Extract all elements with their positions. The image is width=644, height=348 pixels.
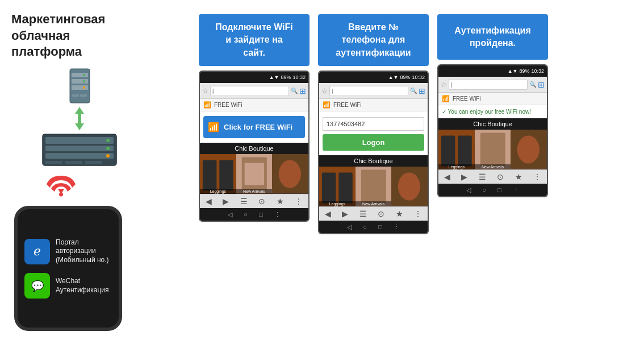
leggings-label-3: Leggings [438,164,475,169]
step-1-title: Подключите WiFiи зайдите насайт. [199,14,310,66]
star-nav[interactable]: ★ [277,197,284,206]
list-nav[interactable]: ☰ [240,197,248,206]
svg-rect-2 [72,79,88,84]
new-arrivals-img-1: New Arrivals [236,154,273,194]
android-home[interactable]: ○ [244,211,248,218]
svg-rect-39 [441,136,455,167]
circle-nav[interactable]: ⊙ [258,197,265,206]
wechat-icon: 💬 [24,273,50,299]
svg-rect-24 [203,160,216,191]
battery-3: 89% [519,68,529,74]
leggings-img-2: Leggings [319,167,356,206]
left-section: Маркетинговаяоблачнаяплатформа [11,11,193,337]
android-home-2[interactable]: ○ [363,223,367,230]
grid-icon-3: ⊞ [538,80,545,89]
wifi-bar-1: 📶 FREE WiFi [200,99,308,111]
back-nav-3[interactable]: ◀ [444,172,450,181]
back-nav[interactable]: ◀ [206,197,212,206]
more-nav-2[interactable]: ⋮ [414,209,422,218]
phone-screen-2: ▲▼ 89% 10:32 ☆ | 🔍 ⊞ 📶 FREE WiFi 1377450… [318,71,429,234]
android-home-3[interactable]: ○ [482,187,486,193]
svg-point-5 [83,80,85,82]
leggings-img-3: Leggings [438,130,475,169]
circle-nav-2[interactable]: ⊙ [378,209,384,218]
android-nav-3: ◁ ○ □ ⋮ [438,184,547,196]
android-back-3[interactable]: ◁ [466,187,471,194]
step-2-title: Введите №телефона дляаутентификации [318,14,429,66]
chic-bar-2: Chic Boutique [319,155,428,167]
fashion-area-3: Leggings New Arrivals [438,130,547,169]
url-bar-1[interactable]: | [210,86,289,96]
time: 10:32 [292,74,306,80]
step-3-title: Аутентификацияпройдена. [437,14,548,60]
svg-marker-11 [75,123,84,130]
main-container: Маркетинговаяоблачнаяплатформа [0,0,644,348]
android-menu[interactable]: ⋮ [274,211,281,218]
svg-rect-25 [219,160,233,191]
phone-item-portal: ℯ Портал авторизации (Мобильный но.) [24,238,112,265]
android-menu-3[interactable]: ⋮ [513,187,519,194]
wechat-text: WeChat Аутентификация [56,277,112,295]
svg-rect-7 [72,94,79,97]
phone-step-1: Подключите WiFiи зайдите насайт. ▲▼ 89% … [199,14,310,222]
phone-number-input[interactable]: 13774503482 [323,117,424,131]
back-nav-2[interactable]: ◀ [325,209,331,218]
svg-point-37 [398,173,420,201]
leggings-label: Leggings [200,189,236,194]
list-nav-2[interactable]: ☰ [359,209,367,218]
url-bar-3[interactable]: | [449,80,528,90]
signal-icon-2: ▲▼ [388,74,399,80]
svg-rect-40 [458,136,471,167]
forward-nav-2[interactable]: ▶ [342,209,348,218]
search-icon-3: 🔍 [529,81,536,88]
new-arrivals-img-2: New Arrivals [356,167,392,206]
svg-point-30 [279,160,301,188]
wifi-small-icon-2: 📶 [323,101,331,109]
android-recent-3[interactable]: □ [497,187,501,193]
phone-screen-1: ▲▼ 89% 10:32 ☆ | 🔍 ⊞ 📶 FREE WiFi [199,71,310,222]
new-arrivals-label-3: New Arrivals [475,164,511,169]
search-icon-2: 🔍 [410,88,417,94]
android-recent-2[interactable]: □ [378,223,382,230]
double-arrow-icon [72,106,87,131]
android-nav-2: ◁ ○ □ ⋮ [319,221,428,233]
android-menu-2[interactable]: ⋮ [394,223,400,231]
svg-point-17 [106,147,110,150]
svg-rect-33 [338,173,352,204]
phone-mockup: ℯ Портал авторизации (Мобильный но.) 💬 W… [14,206,122,331]
chic-bar-3: Chic Boutique [438,118,547,130]
phone-item-wechat: 💬 WeChat Аутентификация [24,273,112,299]
cloud-title: Маркетинговаяоблачнаяплатформа [11,11,105,60]
status-bar-1: ▲▼ 89% 10:32 [200,72,308,83]
logon-button[interactable]: Logon [323,134,424,151]
right-section: Подключите WiFiи зайдите насайт. ▲▼ 89% … [199,11,633,337]
svg-rect-20 [65,161,82,164]
list-nav-3[interactable]: ☰ [479,172,486,181]
url-bar-2[interactable]: | [329,86,408,96]
android-recent[interactable]: □ [259,211,263,218]
star-nav-2[interactable]: ★ [396,209,403,218]
circle-nav-3[interactable]: ⊙ [497,172,504,181]
phone-step-2: Введите №телефона дляаутентификации ▲▼ 8… [318,14,429,234]
more-nav-3[interactable]: ⋮ [533,172,541,181]
battery: 89% [281,74,291,80]
leggings-label-2: Leggings [319,201,356,206]
forward-nav-3[interactable]: ▶ [461,172,467,181]
free-wifi-label-3: FREE WiFi [453,96,480,102]
new-arrivals-label: New Arrivals [236,189,273,194]
android-back-2[interactable]: ◁ [347,223,352,231]
time-3: 10:32 [531,68,544,74]
more-nav[interactable]: ⋮ [295,197,303,206]
svg-point-16 [106,139,110,142]
star-nav-3[interactable]: ★ [515,172,522,181]
free-wifi-button[interactable]: 📶 Click for FREE WiFi [203,116,305,138]
bag-img-3 [511,130,547,169]
forward-nav[interactable]: ▶ [223,197,229,206]
fashion-area-1: Leggings New Arrivals [200,154,308,194]
bag-img-1 [272,154,308,194]
android-back[interactable]: ◁ [228,211,232,218]
svg-point-22 [59,192,63,196]
svg-rect-15 [45,153,114,159]
signal-icon: ▲▼ [269,74,279,80]
svg-point-6 [83,86,85,89]
